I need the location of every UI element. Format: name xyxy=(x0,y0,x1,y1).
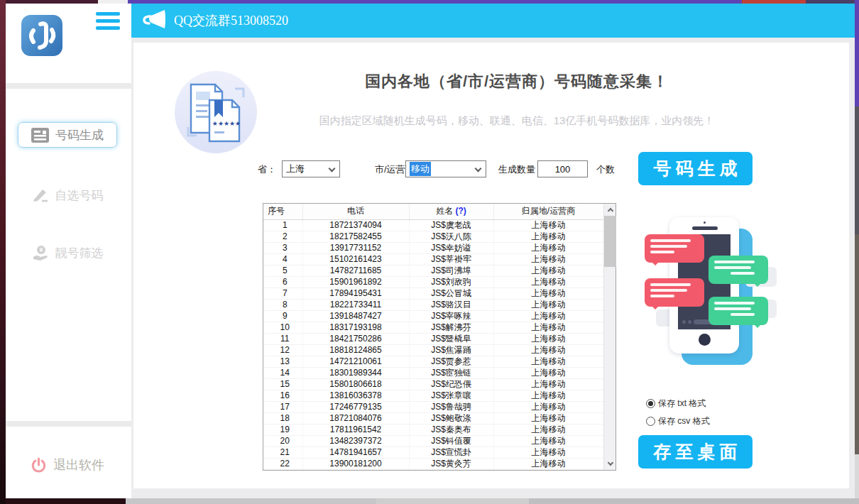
table-row[interactable]: 18 18721084076 JS$鲍敬涤 上海移动 xyxy=(263,412,603,424)
cell-phone: 18421750286 xyxy=(302,333,409,344)
table-row[interactable]: 17 17246779135 JS$鲁哉骋 上海移动 xyxy=(263,401,603,412)
pen-icon xyxy=(32,187,49,203)
save-csv-radio[interactable]: 保存 csv 格式 xyxy=(646,415,710,427)
col-name: 姓名 (?) xyxy=(409,204,493,219)
table-row[interactable]: 21 14781941657 JS$宣慌卦 上海移动 xyxy=(263,447,603,458)
table-row[interactable]: 20 13482397372 JS$钭值覆 上海移动 xyxy=(263,435,603,447)
cell-region: 上海移动 xyxy=(493,412,603,424)
cell-name: JS$司沸埠 xyxy=(409,265,493,276)
cell-name: JS$宦独链 xyxy=(409,367,493,378)
table-row[interactable]: 6 15901961892 JS$刘敌驹 上海移动 xyxy=(263,276,603,287)
generate-button[interactable]: 号码生成 xyxy=(638,152,753,185)
cell-phone: 17246779135 xyxy=(302,401,409,412)
announcement-bar: QQ交流群513008520 xyxy=(131,4,855,38)
table-row[interactable]: 16 13816036378 JS$张章嚷 上海移动 xyxy=(263,390,603,401)
cell-index: 1 xyxy=(263,219,302,231)
province-value: 上海 xyxy=(286,163,305,175)
count-input[interactable] xyxy=(537,160,588,177)
sidebar-divider xyxy=(6,421,131,427)
phone-chat-illustration xyxy=(638,213,779,369)
sidebar-item-number-generate[interactable]: 号码生成 xyxy=(18,122,117,148)
page-subtitle: 国内指定区域随机生成号码，移动、联通、电信、13亿手机号码数据库，业内领先！ xyxy=(240,114,794,128)
cell-phone: 18317193198 xyxy=(302,322,409,333)
table-scrollbar[interactable] xyxy=(603,204,615,470)
cell-index: 22 xyxy=(263,458,302,469)
table-row[interactable]: 12 18818124865 JS$焦瀑踊 上海移动 xyxy=(263,344,603,356)
table-row[interactable]: 10 18317193198 JS$解沸芬 上海移动 xyxy=(263,322,603,333)
table-row[interactable]: 13 14721210061 JS$贾参惹 上海移动 xyxy=(263,356,603,367)
province-select[interactable]: 上海 xyxy=(282,160,340,177)
radio-icon xyxy=(646,417,655,426)
announcement-text: QQ交流群513008520 xyxy=(174,12,288,29)
table-row[interactable]: 14 18301989344 JS$宦独链 上海移动 xyxy=(263,367,603,378)
radio-icon xyxy=(646,399,655,408)
desktop-edge-right xyxy=(855,0,859,504)
table-row[interactable]: 3 13917731152 JS$幸妨谥 上海移动 xyxy=(263,242,603,253)
table-row[interactable]: 11 18421750286 JS$暨橇阜 上海移动 xyxy=(263,333,603,344)
phone-camera-dot xyxy=(704,221,706,224)
scrollbar-thumb[interactable] xyxy=(604,216,616,267)
table-row[interactable]: 22 13900181200 JS$黄灸芳 上海移动 xyxy=(263,458,603,469)
sidebar: 号码生成 自选号码 ¥ xyxy=(6,4,131,498)
svg-text:★★★★★: ★★★★★ xyxy=(212,120,241,127)
megaphone-icon xyxy=(141,9,167,33)
chevron-down-icon xyxy=(475,165,482,172)
cell-index: 6 xyxy=(263,276,302,287)
table-row[interactable]: 7 17894195431 JS$公冒城 上海移动 xyxy=(263,287,603,299)
cell-index: 20 xyxy=(263,435,302,447)
chat-bubble-red xyxy=(645,234,704,263)
cell-index: 21 xyxy=(263,447,302,458)
cell-phone: 15901961892 xyxy=(302,276,409,287)
operator-select[interactable]: 移动 xyxy=(405,160,486,177)
save-csv-label: 保存 csv 格式 xyxy=(658,415,710,427)
cell-index: 10 xyxy=(263,322,302,333)
operator-value: 移动 xyxy=(410,162,431,176)
table-row[interactable]: 2 18217582455 JS$沃八陈 上海移动 xyxy=(263,231,603,242)
cell-region: 上海移动 xyxy=(493,231,603,242)
save-txt-radio[interactable]: 保存 txt 格式 xyxy=(646,398,706,410)
sidebar-divider xyxy=(6,83,131,89)
name-help-icon[interactable]: (?) xyxy=(456,206,466,216)
cell-region: 上海移动 xyxy=(493,378,603,390)
cell-index: 9 xyxy=(263,310,302,322)
table-row[interactable]: 1 18721374094 JS$虞老战 上海移动 xyxy=(263,219,603,231)
table-row[interactable]: 19 17811961542 JS$秦奥布 上海移动 xyxy=(263,424,603,435)
power-icon xyxy=(31,457,47,473)
table-row[interactable]: 5 14782711685 JS$司沸埠 上海移动 xyxy=(263,265,603,276)
cell-index: 2 xyxy=(263,231,302,242)
sidebar-item-label: 靓号筛选 xyxy=(55,245,104,261)
cell-index: 16 xyxy=(263,390,302,401)
cell-index: 13 xyxy=(263,356,302,367)
cell-phone: 14781941657 xyxy=(302,447,409,458)
cell-index: 5 xyxy=(263,265,302,276)
cell-region: 上海移动 xyxy=(493,322,603,333)
app-window: 号码生成 自选号码 ¥ xyxy=(6,4,855,498)
hamburger-menu-icon[interactable] xyxy=(96,12,120,31)
cell-region: 上海移动 xyxy=(493,344,603,356)
phone-speaker xyxy=(692,226,718,230)
cell-region: 上海移动 xyxy=(493,310,603,322)
sidebar-item-nice-number-filter[interactable]: ¥ 靓号筛选 xyxy=(18,240,117,265)
cell-region: 上海移动 xyxy=(493,219,603,231)
scroll-up-icon[interactable] xyxy=(604,204,616,215)
coin-hand-icon: ¥ xyxy=(32,245,49,261)
cell-index: 8 xyxy=(263,299,302,310)
table-row[interactable]: 15 15801806618 JS$纪恐偎 上海移动 xyxy=(263,378,603,390)
cell-region: 上海移动 xyxy=(493,287,603,299)
scroll-down-icon[interactable] xyxy=(604,459,616,470)
table-row[interactable]: 8 18221733411 JS$骆汉目 上海移动 xyxy=(263,299,603,310)
sidebar-item-custom-number[interactable]: 自选号码 xyxy=(18,182,117,208)
cell-region: 上海移动 xyxy=(493,276,603,287)
cell-region: 上海移动 xyxy=(493,390,603,401)
cell-name: JS$焦瀑踊 xyxy=(409,344,493,356)
save-txt-label: 保存 txt 格式 xyxy=(658,398,706,410)
table-row[interactable]: 9 13918487427 JS$宰啄辣 上海移动 xyxy=(263,310,603,322)
count-unit-label: 个数 xyxy=(596,163,615,176)
cell-index: 17 xyxy=(263,401,302,412)
exit-app-button[interactable]: 退出软件 xyxy=(18,451,117,479)
cell-index: 15 xyxy=(263,378,302,390)
chevron-down-icon xyxy=(329,165,336,172)
cell-phone: 18221733411 xyxy=(302,299,409,310)
save-to-desktop-button[interactable]: 存至桌面 xyxy=(638,435,753,469)
table-row[interactable]: 4 15102161423 JS$莘褂牢 上海移动 xyxy=(263,253,603,265)
